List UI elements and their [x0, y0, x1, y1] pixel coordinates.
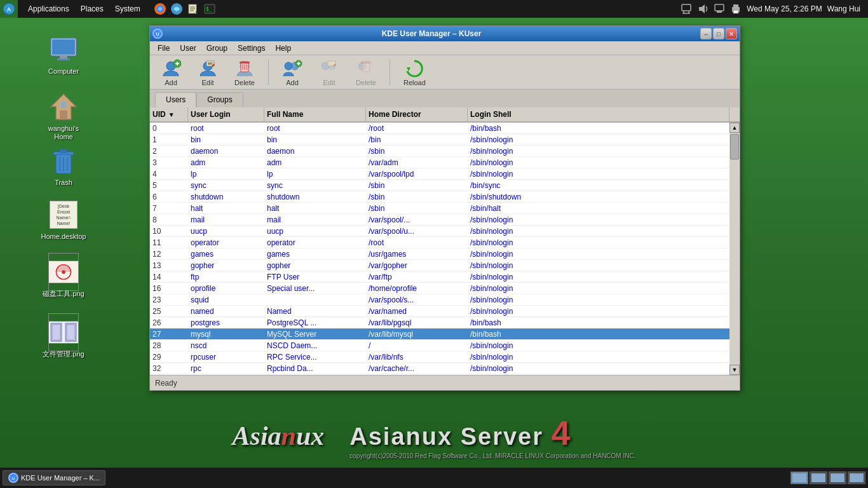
delete-user-button[interactable]: Delete	[229, 57, 261, 88]
table-cell-uid: 16	[150, 284, 188, 293]
table-cell-login: games	[188, 250, 264, 259]
table-row[interactable]: 11operatoroperator/root/sbin/nologin	[150, 237, 729, 248]
table-cell-login: adm	[188, 158, 264, 167]
svg-text:$_: $_	[206, 6, 212, 12]
edit-user-button[interactable]: Edit	[192, 57, 224, 88]
tab-groups[interactable]: Groups	[196, 92, 243, 107]
table-cell-login: root	[188, 124, 264, 133]
col-header-homedir[interactable]: Home Director	[366, 107, 468, 121]
table-row[interactable]: 29rpcuserRPC Service.../var/lib/nfs/sbin…	[150, 351, 729, 363]
table-cell-homedir: /var/ftp	[366, 273, 468, 281]
scrollbar-track: ▲ ▼	[729, 123, 740, 375]
table-row[interactable]: 12gamesgames/usr/games/sbin/nologin	[150, 248, 729, 260]
brand-logo-left: Asianux	[233, 421, 325, 451]
table-cell-uid: 7	[150, 204, 188, 213]
tab-users[interactable]: Users	[155, 92, 196, 107]
table-cell-homedir: /var/spool/s...	[366, 295, 468, 304]
table-cell-shell: /sbin/nologin	[468, 215, 729, 224]
table-row[interactable]: 28nscdNSCD Daem...//sbin/nologin	[150, 340, 729, 351]
table-row[interactable]: 10uucpuucp/var/spool/u.../sbin/nologin	[150, 226, 729, 237]
table-cell-login: named	[188, 307, 264, 316]
table-cell-login: halt	[188, 204, 264, 213]
scroll-container: 0rootroot/root/bin/bash1binbin/bin/sbin/…	[150, 123, 740, 375]
pager-item-1[interactable]	[790, 471, 808, 484]
menu-group[interactable]: Group	[201, 43, 233, 54]
firefox-icon[interactable]	[153, 2, 167, 16]
edit-user-label: Edit	[202, 79, 214, 86]
table-row[interactable]: 6shutdownshutdown/sbin/sbin/shutdown	[150, 191, 729, 203]
add-group-button[interactable]: Add	[276, 57, 308, 88]
delete-group-button[interactable]: Delete	[350, 57, 382, 88]
taskbar-right-area	[790, 471, 865, 484]
table-header: UID ▼ User Login Full Name Home Director…	[150, 107, 740, 123]
scrollbar-thumb[interactable]	[730, 134, 739, 159]
table-row[interactable]: 25namedNamed/var/named/sbin/nologin	[150, 306, 729, 317]
table-row[interactable]: 14ftpFTP User/var/ftp/sbin/nologin	[150, 271, 729, 283]
table-row[interactable]: 5syncsync/sbin/bin/sync	[150, 180, 729, 191]
svg-point-33	[62, 270, 65, 274]
table-row[interactable]: 0rootroot/root/bin/bash	[150, 123, 729, 134]
table-cell-shell: /sbin/nologin	[468, 284, 729, 293]
terminal-icon[interactable]: $_	[203, 2, 217, 16]
window-close-button[interactable]: ✕	[726, 28, 737, 39]
kwrite-icon[interactable]	[186, 2, 200, 16]
col-header-shell[interactable]: Login Shell	[468, 107, 729, 121]
table-row[interactable]: 4lplp/var/spool/lpd/sbin/nologin	[150, 168, 729, 180]
col-header-login[interactable]: User Login	[188, 107, 264, 121]
add-user-button[interactable]: Add	[155, 57, 187, 88]
menu-system[interactable]: System	[110, 3, 146, 15]
delete-group-icon	[356, 58, 376, 79]
reload-button[interactable]: Reload	[398, 57, 431, 88]
desktop-icon-homedesktop[interactable]: [Desk Encod Name= Name! Home.desktop	[38, 197, 89, 243]
table-row[interactable]: 7halthalt/sbin/sbin/halt	[150, 203, 729, 214]
pager-item-3[interactable]	[829, 471, 846, 484]
pager-item-2[interactable]	[810, 471, 827, 484]
window-toolbar: Add Edit	[150, 55, 740, 90]
svg-rect-12	[682, 4, 691, 11]
scrollbar-down-button[interactable]: ▼	[729, 365, 740, 375]
table-cell-shell: /sbin/nologin	[468, 158, 729, 167]
desktop-icon-filemanager[interactable]: 文件管理.png	[38, 315, 89, 361]
konqueror-icon[interactable]	[170, 2, 184, 16]
table-row[interactable]: 16oprofileSpecial user.../home/oprofile/…	[150, 283, 729, 294]
table-cell-fullname: halt	[264, 204, 366, 213]
menu-places[interactable]: Places	[76, 3, 109, 15]
desktop-icon-trash[interactable]: Trash	[38, 143, 89, 189]
table-cell-uid: 29	[150, 353, 188, 362]
menu-settings[interactable]: Settings	[233, 43, 270, 54]
table-row[interactable]: 23squid/var/spool/s.../sbin/nologin	[150, 294, 729, 306]
menu-help[interactable]: Help	[270, 43, 296, 54]
table-row[interactable]: 1binbin/bin/sbin/nologin	[150, 134, 729, 146]
table-cell-uid: 32	[150, 364, 188, 373]
table-row[interactable]: 27mysqlMySQL Server/var/lib/mysql/bin/ba…	[150, 329, 729, 340]
table-row[interactable]: 26postgresPostgreSQL .../var/lib/pgsql/b…	[150, 317, 729, 329]
table-cell-homedir: /var/lib/pgsql	[366, 318, 468, 327]
window-maximize-button[interactable]: □	[713, 28, 724, 39]
menu-file[interactable]: File	[153, 43, 175, 54]
taskbar-bottom: U KDE User Manager – K...	[0, 468, 868, 488]
table-row[interactable]: 2daemondaemon/sbin/sbin/nologin	[150, 146, 729, 157]
menu-user[interactable]: User	[175, 43, 201, 54]
table-row[interactable]: 32rpcRpcbind Da.../var/cache/r.../sbin/n…	[150, 363, 729, 374]
col-header-uid[interactable]: UID ▼	[150, 107, 188, 121]
delete-user-label: Delete	[234, 79, 255, 86]
taskbar-app-btn[interactable]: U KDE User Manager – K...	[3, 470, 105, 485]
desktop-icon-home[interactable]: wanghui's Home	[38, 89, 89, 144]
scrollbar-up-button[interactable]: ▲	[729, 123, 740, 133]
edit-group-button[interactable]: Edit	[313, 57, 345, 88]
pager-item-4[interactable]	[848, 471, 865, 484]
table-row[interactable]: 13gophergopher/var/gopher/sbin/nologin	[150, 260, 729, 271]
menu-applications[interactable]: Applications	[23, 3, 74, 15]
table-row[interactable]: 8mailmail/var/spool/.../sbin/nologin	[150, 214, 729, 226]
printer-icon	[730, 3, 742, 15]
table-cell-uid: 4	[150, 170, 188, 179]
desktop-icon-disktools[interactable]: 磁盘工具.png	[38, 254, 89, 301]
svg-rect-21	[57, 58, 70, 60]
table-cell-shell: /sbin/shutdown	[468, 193, 729, 201]
col-header-fullname[interactable]: Full Name	[264, 107, 366, 121]
table-row[interactable]: 3admadm/var/adm/sbin/nologin	[150, 157, 729, 168]
window-minimize-button[interactable]: –	[700, 28, 712, 39]
desktop-icon-computer[interactable]: Computer	[38, 32, 89, 78]
table-cell-fullname: FTP User	[264, 273, 366, 281]
table-cell-login: daemon	[188, 147, 264, 156]
